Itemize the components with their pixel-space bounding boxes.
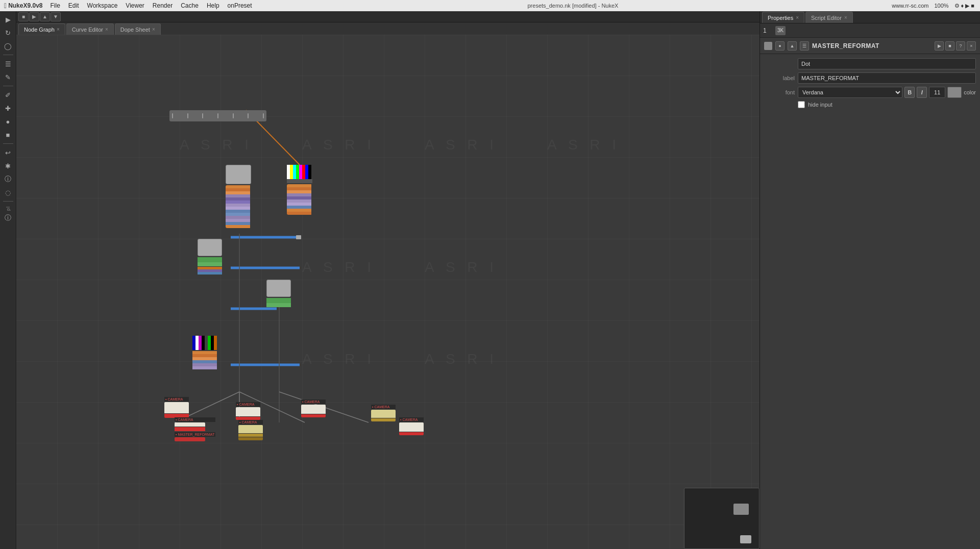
panel-pin-label: 3K: [777, 28, 783, 33]
colorbar-thumb-node[interactable]: [287, 165, 312, 183]
panel-action-close[interactable]: ×: [967, 41, 976, 51]
tab-curve-editor[interactable]: Curve Editor ×: [66, 23, 114, 35]
colorbar-node-sm[interactable]: [198, 267, 222, 274]
circle-tool[interactable]: ●: [2, 115, 14, 128]
node-group-right: [287, 165, 312, 215]
tab-node-graph-label: Node Graph: [24, 27, 55, 33]
topbar-btn-3[interactable]: ▲: [40, 12, 50, 21]
menu-workspace[interactable]: Workspace: [84, 1, 121, 10]
panel-action-view[interactable]: ■: [945, 41, 954, 51]
swatch-node-bottom[interactable]: [192, 351, 217, 369]
colorbar-node-right[interactable]: [287, 184, 312, 215]
tab-curve-editor-close[interactable]: ×: [105, 27, 108, 32]
panel-tab-script-editor-close[interactable]: ×: [844, 15, 847, 20]
prop-font-select[interactable]: Verdana Arial Helvetica: [798, 87, 902, 98]
rotate-tool[interactable]: ↩: [2, 146, 14, 159]
plus-tool[interactable]: ✚: [2, 102, 14, 114]
colorbar-thumb-bottom[interactable]: [192, 336, 217, 350]
left-toolbar: ▶ ↻ ◯ ☰ ✎ ✐ ✚ ● ■ ↩ ✱ ⓘ ◌ pl ⓘ: [0, 11, 16, 549]
cam-body-7[interactable]: [399, 422, 424, 432]
font-color-swatch[interactable]: [947, 87, 962, 98]
cam-strip-4: [238, 434, 263, 437]
menu-edit[interactable]: Edit: [65, 1, 83, 10]
cam-body-5[interactable]: [301, 405, 326, 414]
tab-dope-sheet[interactable]: Dope Sheet ×: [115, 23, 161, 35]
menu-right-items: www.rr-sc.com 100% ⚙ ♦ ▶ ■: [890, 3, 976, 9]
swatch-green-1: [198, 257, 222, 262]
cam-body-2[interactable]: [175, 422, 205, 427]
settings-tool[interactable]: ⓘ: [2, 212, 14, 224]
panel-action-help[interactable]: ?: [956, 41, 965, 51]
tick-2: [187, 113, 188, 118]
prop-input-label[interactable]: [798, 72, 976, 84]
tab-dope-sheet-close[interactable]: ×: [152, 27, 155, 32]
merge-node-left[interactable]: [226, 165, 251, 184]
cam-label-7: ▪ CAMERA: [399, 417, 424, 422]
font-size-input[interactable]: [929, 87, 945, 98]
font-italic-btn[interactable]: I: [917, 87, 927, 98]
lines-tool[interactable]: ☰: [2, 58, 14, 70]
clock-tool[interactable]: ◯: [2, 40, 14, 52]
cam-body-1[interactable]: [164, 402, 189, 413]
menu-file[interactable]: File: [47, 1, 64, 10]
cam-cluster-4: ▪ CAMERA: [238, 420, 263, 440]
green-node-right[interactable]: [266, 298, 291, 307]
hide-input-checkbox[interactable]: [798, 101, 805, 108]
nodes-tool[interactable]: ■: [2, 129, 14, 141]
node-group-left: [226, 165, 251, 228]
panel-tab-script-editor[interactable]: Script Editor ×: [805, 12, 853, 23]
star-tool[interactable]: ✱: [2, 160, 14, 172]
cam-label-1: ▪ CAMERA: [164, 397, 189, 402]
tab-node-graph[interactable]: Node Graph ×: [18, 23, 65, 35]
menu-onpreset[interactable]: onPreset: [224, 1, 256, 10]
cursor-tool[interactable]: ▶: [2, 13, 14, 26]
green-node-left[interactable]: [198, 257, 222, 266]
url-left: www.rr-sc.com: [890, 3, 930, 9]
prop-label-font: font: [764, 89, 795, 95]
node-canvas[interactable]: A S R I A S R I A S R I A S R I A S R I …: [16, 35, 760, 549]
cam-cluster-2: ▪ CAMERA ▪ MASTER_REFORMAT: [175, 417, 215, 441]
panel-pin[interactable]: 3K: [775, 26, 786, 35]
color-label[interactable]: color: [964, 89, 976, 95]
minimap[interactable]: [684, 488, 760, 549]
system-icons: ⚙ ♦ ▶ ■: [953, 3, 976, 9]
watermark-5: A S R I: [302, 259, 375, 276]
reformat-bar-node[interactable]: [169, 110, 266, 121]
topbar-btn-1[interactable]: ■: [18, 12, 29, 21]
tick-5: [233, 113, 234, 118]
merge-node-sm-right[interactable]: [266, 280, 291, 297]
draw-tool[interactable]: ✐: [2, 89, 14, 101]
topbar-btn-2[interactable]: ▶: [29, 12, 39, 21]
panel-node-icon-1[interactable]: ●: [775, 41, 785, 51]
panel-action-edit[interactable]: ▶: [935, 41, 944, 51]
panel-node-color-swatch[interactable]: [764, 42, 772, 50]
paint-tool[interactable]: ✎: [2, 71, 14, 83]
swatch-green-r-1: [266, 298, 291, 303]
colorbar-node-left[interactable]: [226, 185, 251, 228]
panel-content: Dot label font Verdana Arial Helvetica B…: [760, 54, 980, 549]
cam-body-3[interactable]: [236, 407, 260, 416]
menu-cache[interactable]: Cache: [177, 1, 202, 10]
info-tool[interactable]: ⓘ: [2, 173, 14, 185]
svg-rect-5: [296, 235, 301, 239]
cam-body-4[interactable]: [238, 425, 263, 433]
menu-render[interactable]: Render: [149, 1, 176, 10]
font-bold-btn[interactable]: B: [904, 87, 915, 98]
panel-tab-properties-close[interactable]: ×: [796, 15, 799, 20]
prop-row-font: font Verdana Arial Helvetica B I color: [764, 87, 976, 98]
topbar-btn-4[interactable]: ▼: [51, 12, 61, 21]
tab-node-graph-close[interactable]: ×: [57, 27, 60, 32]
panel-node-icon-2[interactable]: ▲: [788, 41, 797, 51]
curve-tool[interactable]: ◌: [2, 186, 14, 198]
watermark-3: A S R I: [425, 137, 498, 153]
merge-node-sm-left[interactable]: [198, 239, 222, 256]
minimap-node: [733, 504, 749, 515]
menu-viewer[interactable]: Viewer: [122, 1, 148, 10]
panel-node-icon-3[interactable]: ☰: [800, 41, 809, 51]
menu-help[interactable]: Help: [203, 1, 223, 10]
toolbar-separator-2: [3, 86, 13, 86]
cam-body-6[interactable]: [371, 410, 396, 418]
panel-number: 1: [763, 27, 773, 34]
move-tool[interactable]: ↻: [2, 27, 14, 39]
panel-tab-properties[interactable]: Properties ×: [762, 12, 804, 23]
